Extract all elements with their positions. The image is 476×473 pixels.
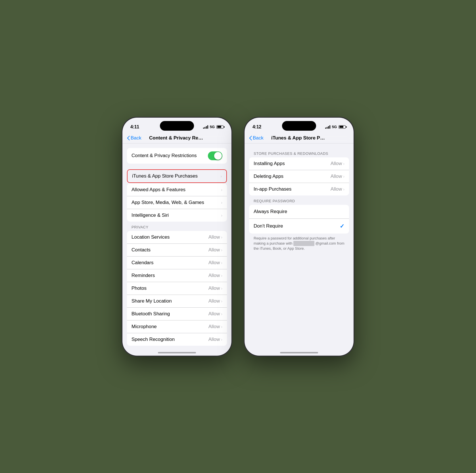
allowed-apps-item[interactable]: Allowed Apps & Features › bbox=[127, 184, 227, 196]
calendars-item[interactable]: Calendars Allow› bbox=[127, 257, 227, 269]
in-app-purchases-item[interactable]: In-app Purchases Allow› bbox=[249, 183, 349, 195]
dynamic-island-2 bbox=[282, 121, 316, 131]
scene: 4:11 5G bbox=[110, 105, 366, 368]
intelligence-siri-item[interactable]: Intelligence & Siri › bbox=[127, 209, 227, 222]
toggle-group: Content & Privacy Restrictions bbox=[127, 148, 227, 164]
deleting-apps-item[interactable]: Deleting Apps Allow› bbox=[249, 170, 349, 183]
store-purchases-section: STORE PURCHASES & REDOWNLOADS Installing… bbox=[245, 151, 354, 195]
home-indicator-1 bbox=[158, 352, 196, 353]
time-1: 4:11 bbox=[130, 124, 139, 130]
password-list: Always Require Don't Require ✓ bbox=[249, 205, 349, 234]
share-location-item[interactable]: Share My Location Allow› bbox=[127, 295, 227, 308]
battery-icon-1 bbox=[216, 125, 224, 129]
nav-title-1: Content & Privacy Restrictions bbox=[149, 135, 205, 141]
store-header: STORE PURCHASES & REDOWNLOADS bbox=[245, 151, 354, 157]
bluetooth-sharing-item[interactable]: Bluetooth Sharing Allow› bbox=[127, 308, 227, 320]
privacy-list: Location Services Allow› Contacts Allow›… bbox=[127, 231, 227, 346]
microphone-item[interactable]: Microphone Allow› bbox=[127, 320, 227, 333]
screen-content-2: STORE PURCHASES & REDOWNLOADS Installing… bbox=[245, 143, 354, 356]
battery-icon-2 bbox=[339, 125, 346, 129]
always-require-item[interactable]: Always Require bbox=[249, 205, 349, 219]
privacy-restrictions-toggle-row[interactable]: Content & Privacy Restrictions bbox=[127, 148, 227, 164]
itunes-chevron: › bbox=[220, 174, 222, 178]
selected-checkmark: ✓ bbox=[340, 223, 345, 230]
dont-require-item[interactable]: Don't Require ✓ bbox=[249, 219, 349, 234]
nav-bar-1: Back Content & Privacy Restrictions bbox=[122, 134, 231, 143]
location-services-item[interactable]: Location Services Allow› bbox=[127, 231, 227, 244]
back-button-2[interactable]: Back bbox=[249, 135, 269, 141]
privacy-toggle[interactable] bbox=[208, 151, 222, 160]
require-password-section: REQUIRE PASSWORD Always Require Don't Re… bbox=[245, 199, 354, 251]
phone-2: 4:12 5G bbox=[244, 117, 354, 357]
app-store-media-item[interactable]: App Store, Media, Web, & Games › bbox=[127, 196, 227, 209]
nav-bar-2: Back iTunes & App Store Purchases bbox=[245, 134, 354, 143]
password-header: REQUIRE PASSWORD bbox=[245, 199, 354, 205]
itunes-purchases-item[interactable]: iTunes & App Store Purchases › bbox=[128, 170, 226, 182]
status-icons-1: 5G bbox=[203, 125, 224, 129]
photos-item[interactable]: Photos Allow› bbox=[127, 282, 227, 295]
time-2: 4:12 bbox=[252, 124, 261, 130]
contacts-item[interactable]: Contacts Allow› bbox=[127, 244, 227, 257]
network-type-1: 5G bbox=[210, 125, 215, 129]
screen-content-1: Content & Privacy Restrictions iTunes & … bbox=[122, 143, 231, 356]
installing-apps-item[interactable]: Installing Apps Allow› bbox=[249, 157, 349, 170]
status-icons-2: 5G bbox=[325, 125, 346, 129]
network-type-2: 5G bbox=[332, 125, 337, 129]
back-button-1[interactable]: Back bbox=[127, 135, 147, 141]
signal-icon-2 bbox=[325, 125, 330, 129]
signal-icon-1 bbox=[203, 125, 208, 129]
dynamic-island-1 bbox=[160, 121, 194, 131]
speech-recognition-item[interactable]: Speech Recognition Allow› bbox=[127, 333, 227, 346]
password-note: Require a password for additional purcha… bbox=[245, 234, 354, 251]
home-indicator-2 bbox=[280, 352, 318, 353]
nav-title-2: iTunes & App Store Purchases bbox=[271, 135, 327, 141]
email-blur: ████████ bbox=[293, 241, 314, 246]
other-menu-items: Allowed Apps & Features › App Store, Med… bbox=[127, 184, 227, 222]
reminders-item[interactable]: Reminders Allow› bbox=[127, 269, 227, 282]
phone-1: 4:11 5G bbox=[122, 117, 232, 357]
privacy-header: PRIVACY bbox=[122, 225, 231, 231]
itunes-purchases-highlighted[interactable]: iTunes & App Store Purchases › bbox=[127, 169, 227, 183]
privacy-section: PRIVACY Location Services Allow› Contact… bbox=[122, 225, 231, 346]
store-list: Installing Apps Allow› Deleting Apps All… bbox=[249, 157, 349, 195]
